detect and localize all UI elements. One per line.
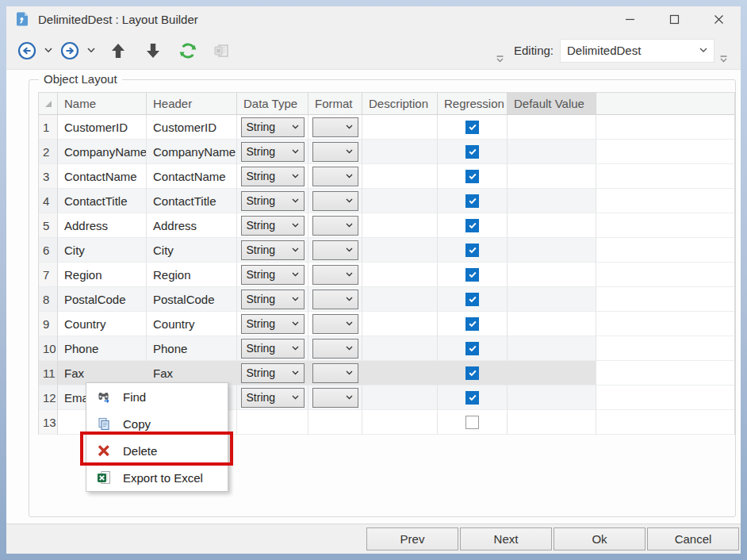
- toolbar-overflow-chevron-right[interactable]: [714, 39, 733, 63]
- regression-checkbox[interactable]: [465, 170, 479, 183]
- next-button[interactable]: Next: [460, 527, 552, 550]
- cell-default-value[interactable]: [508, 189, 596, 213]
- format-dropdown[interactable]: [312, 142, 358, 162]
- cell-default-value[interactable]: [508, 312, 596, 336]
- cell-name[interactable]: Region: [58, 263, 147, 287]
- move-down-icon[interactable]: [144, 41, 162, 60]
- data-type-dropdown[interactable]: String: [241, 240, 305, 260]
- cell-description[interactable]: [362, 385, 438, 410]
- cell-name[interactable]: City: [58, 238, 147, 263]
- menu-item-delete[interactable]: Delete: [86, 437, 228, 464]
- data-type-dropdown[interactable]: String: [241, 191, 305, 211]
- format-dropdown[interactable]: [312, 240, 358, 260]
- regression-checkbox[interactable]: [465, 366, 479, 380]
- cell-name[interactable]: Country: [58, 312, 147, 336]
- prev-button[interactable]: Prev: [366, 527, 458, 550]
- row-number[interactable]: 5: [39, 213, 58, 238]
- cell-description[interactable]: [362, 287, 438, 312]
- cell-header[interactable]: ContactTitle: [147, 189, 237, 213]
- format-dropdown[interactable]: [312, 216, 358, 236]
- data-type-dropdown[interactable]: String: [241, 363, 305, 383]
- regression-checkbox[interactable]: [465, 145, 479, 159]
- cell-header[interactable]: PostalCode: [147, 287, 237, 312]
- cell-header[interactable]: ContactName: [147, 164, 237, 189]
- cell-header[interactable]: Address: [147, 213, 237, 238]
- row-number[interactable]: 7: [39, 263, 58, 287]
- cell-description[interactable]: [362, 336, 438, 361]
- cell-description[interactable]: [362, 238, 438, 263]
- cell-name[interactable]: PostalCode: [58, 287, 147, 312]
- cell-header[interactable]: City: [147, 238, 237, 263]
- cell-default-value[interactable]: [508, 164, 596, 189]
- column-header-default-value[interactable]: Default Value: [508, 93, 596, 115]
- menu-item-copy[interactable]: Copy: [86, 410, 228, 437]
- data-type-dropdown[interactable]: String: [241, 388, 305, 408]
- cell-header[interactable]: CompanyName: [147, 140, 237, 164]
- cell-name[interactable]: Phone: [58, 336, 147, 361]
- cell-default-value[interactable]: [508, 213, 596, 238]
- refresh-icon[interactable]: [178, 41, 198, 60]
- toolbar-overflow-chevron-left[interactable]: [491, 39, 509, 63]
- forward-icon[interactable]: [60, 41, 79, 60]
- back-icon[interactable]: [17, 41, 36, 60]
- regression-checkbox[interactable]: [465, 342, 479, 355]
- regression-checkbox[interactable]: [465, 317, 479, 331]
- format-dropdown[interactable]: [312, 314, 358, 334]
- cell-default-value[interactable]: [508, 361, 596, 385]
- cell-default-value[interactable]: [508, 263, 596, 287]
- row-number[interactable]: 6: [39, 238, 58, 263]
- cell-name[interactable]: ContactName: [58, 164, 147, 189]
- menu-item-find[interactable]: Find: [86, 383, 228, 410]
- format-dropdown[interactable]: [312, 191, 358, 211]
- format-dropdown[interactable]: [312, 363, 358, 383]
- regression-checkbox[interactable]: [465, 194, 479, 208]
- cell-description[interactable]: [362, 115, 438, 140]
- maximize-button[interactable]: [668, 13, 680, 25]
- row-number[interactable]: 12: [39, 385, 58, 410]
- data-type-dropdown[interactable]: String: [241, 216, 305, 236]
- data-type-dropdown[interactable]: String: [241, 314, 305, 334]
- regression-checkbox[interactable]: [465, 219, 479, 232]
- cell-default-value[interactable]: [508, 140, 596, 164]
- cancel-button[interactable]: Cancel: [647, 527, 739, 550]
- format-dropdown[interactable]: [312, 339, 358, 359]
- regression-checkbox[interactable]: [465, 293, 479, 306]
- title-bar[interactable]: DelimitedDest : Layout Builder: [6, 6, 741, 32]
- cell-description[interactable]: [362, 164, 438, 189]
- column-header-format[interactable]: Format: [308, 93, 362, 115]
- cell-header[interactable]: CustomerID: [147, 115, 237, 140]
- cell-description[interactable]: [362, 263, 438, 287]
- data-type-dropdown[interactable]: String: [241, 290, 305, 309]
- cell-header[interactable]: Phone: [147, 336, 237, 361]
- data-type-dropdown[interactable]: String: [241, 117, 305, 137]
- data-type-dropdown[interactable]: String: [241, 339, 305, 359]
- column-header-regression[interactable]: Regression: [438, 93, 508, 115]
- cell-description[interactable]: [362, 410, 438, 435]
- editing-combobox[interactable]: DelimitedDest: [560, 39, 714, 63]
- cell-description[interactable]: [362, 189, 438, 213]
- row-number[interactable]: 10: [39, 336, 58, 361]
- column-header-header[interactable]: Header: [147, 93, 237, 115]
- menu-item-export-to-excel[interactable]: Export to Excel: [86, 464, 228, 491]
- data-type-dropdown[interactable]: String: [241, 167, 305, 186]
- cell-default-value[interactable]: [508, 238, 596, 263]
- column-header-data-type[interactable]: Data Type: [237, 93, 308, 115]
- column-header-description[interactable]: Description: [362, 93, 438, 115]
- close-button[interactable]: [712, 13, 725, 25]
- row-number[interactable]: 3: [39, 164, 58, 189]
- cell-default-value[interactable]: [508, 287, 596, 312]
- cell-name[interactable]: Address: [58, 213, 147, 238]
- regression-checkbox[interactable]: [465, 391, 479, 405]
- cell-description[interactable]: [362, 213, 438, 238]
- regression-checkbox[interactable]: [465, 268, 479, 282]
- format-dropdown[interactable]: [312, 167, 358, 186]
- row-number[interactable]: 13: [39, 410, 58, 435]
- cell-header[interactable]: Region: [147, 263, 237, 287]
- format-dropdown[interactable]: [312, 265, 358, 285]
- ok-button[interactable]: Ok: [554, 527, 645, 550]
- cell-header[interactable]: Country: [147, 312, 237, 336]
- move-up-icon[interactable]: [109, 41, 127, 60]
- cell-default-value[interactable]: [508, 115, 596, 140]
- regression-checkbox[interactable]: [465, 416, 479, 429]
- cell-name[interactable]: CustomerID: [58, 115, 147, 140]
